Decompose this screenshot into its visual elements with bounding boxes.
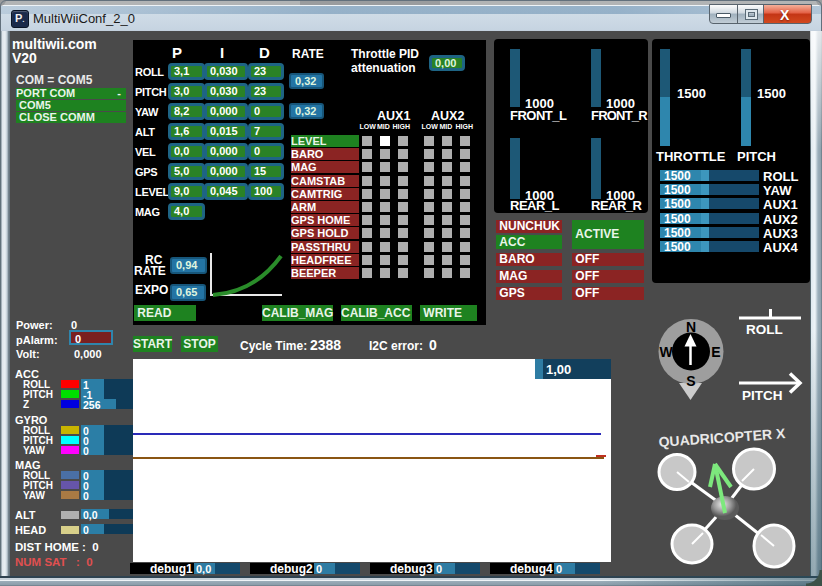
svg-text:W: W xyxy=(659,344,673,360)
svg-text:PITCH: PITCH xyxy=(742,388,783,403)
svg-text:ROLL: ROLL xyxy=(746,322,783,337)
svg-text:E: E xyxy=(711,344,720,360)
svg-text:N: N xyxy=(686,319,696,335)
svg-text:S: S xyxy=(686,373,695,389)
svg-text:QUADRICOPTER X: QUADRICOPTER X xyxy=(658,425,786,450)
